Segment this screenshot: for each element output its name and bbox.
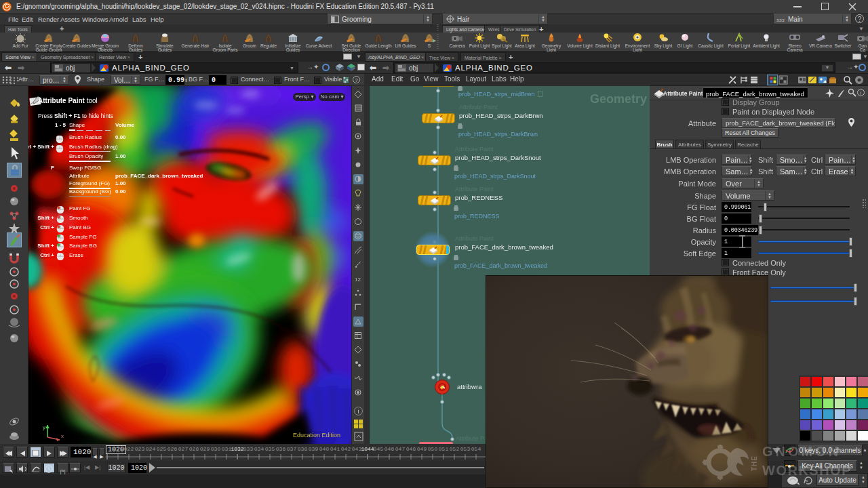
svg-text:WORKSHOP: WORKSHOP [762, 463, 852, 478]
svg-text:sss: sss [776, 17, 785, 23]
svg-text:THE: THE [751, 455, 758, 471]
svg-text:x: x [61, 433, 64, 439]
svg-text:y: y [43, 424, 45, 430]
svg-text:12: 12 [355, 277, 361, 283]
svg-text:GNOMON: GNOMON [762, 444, 841, 459]
